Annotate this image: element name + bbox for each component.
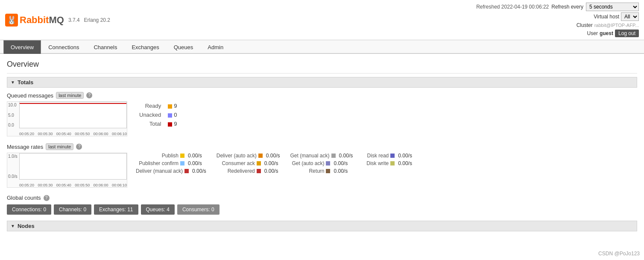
disk-read-dot	[390, 154, 395, 158]
rate-publish-value: 0.00/s	[188, 153, 202, 159]
return-dot	[326, 169, 330, 173]
rate-get-manual-label: Get (manual ack)	[290, 153, 329, 159]
message-rates-title: Message rates last minute ?	[7, 143, 637, 150]
stat-unacked-row: Unacked 0	[136, 110, 181, 119]
stat-ready-row: Ready 9	[136, 101, 181, 110]
logo-icon: 🐰 RabbitMQ	[5, 14, 64, 27]
rate-deliver-manual-label: Deliver (manual ack)	[136, 168, 183, 174]
rate-return-label: Return	[290, 168, 324, 174]
unacked-color-dot	[168, 113, 172, 118]
rates-y-labels: 1.0/s 0.0/s	[7, 153, 18, 180]
rate-publisher-confirm-value: 0.00/s	[188, 160, 202, 166]
get-manual-dot	[331, 154, 336, 158]
rates-chart-area: 1.0/s 0.0/s 00:05:20 00:05:30 00:05:40 0…	[7, 153, 127, 187]
rate-redelivered-label: Redelivered	[217, 168, 255, 174]
queued-messages-chart: 10.0 5.0 0.0 00:05:20 00:05:30 00:05:40 …	[7, 101, 127, 136]
queued-messages-title: Queued messages last minute ?	[7, 92, 637, 99]
user-label: User	[587, 30, 598, 36]
deliver-auto-dot	[258, 154, 263, 158]
stat-unacked-label: Unacked	[136, 110, 164, 119]
exchanges-count-button[interactable]: Exchanges: 11	[94, 204, 138, 215]
rates-chart-inner	[19, 153, 127, 180]
refresh-select[interactable]: 5 seconds 10 seconds 30 seconds Every 60…	[586, 3, 639, 11]
publish-dot	[180, 154, 184, 158]
rate-get-auto-label: Get (auto ack)	[290, 160, 324, 166]
rate-disk-write-label: Disk write	[363, 160, 389, 166]
nav: Overview Connections Channels Exchanges …	[0, 40, 644, 54]
rate-disk-write-value: 0.00/s	[398, 160, 412, 166]
consumers-count-button[interactable]: Consumers: 0	[177, 204, 220, 215]
nav-item-connections[interactable]: Connections	[41, 40, 86, 54]
rate-disk-read-value: 0.00/s	[398, 153, 412, 159]
rate-deliver-manual-value: 0.00/s	[192, 168, 206, 174]
rate-publisher-confirm-label: Publisher confirm	[136, 160, 179, 166]
nav-item-admin[interactable]: Admin	[200, 40, 231, 54]
nav-item-queues[interactable]: Queues	[167, 40, 201, 54]
nav-item-channels[interactable]: Channels	[86, 40, 124, 54]
queued-messages-help-icon[interactable]: ?	[86, 92, 92, 98]
rates-col-2: Deliver (auto ack) 0.00/s Consumer ack 0…	[211, 153, 285, 174]
global-counts-label: Global counts	[7, 195, 41, 201]
topbar: 🐰 RabbitMQ 3.7.4 Erlang 20.2 Refreshed 2…	[0, 0, 644, 40]
totals-arrow-icon: ▼	[11, 80, 15, 85]
cluster-label: Cluster	[577, 22, 593, 28]
user-row: User guest Log out	[587, 30, 639, 37]
rate-get-manual: Get (manual ack) 0.00/s	[290, 153, 353, 159]
counts-row: Connections: 0 Channels: 0 Exchanges: 11…	[7, 204, 637, 215]
cluster-value: rabbit@IPTOP-AFP...	[594, 23, 639, 28]
publisher-confirm-dot	[180, 161, 184, 165]
ready-color-dot	[168, 104, 172, 109]
logout-button[interactable]: Log out	[615, 30, 639, 37]
message-rates-help-icon[interactable]: ?	[76, 144, 82, 150]
rates-stats-container: Publish 0.00/s Publisher confirm 0.00/s …	[136, 153, 417, 174]
logo-area: 🐰 RabbitMQ 3.7.4 Erlang 20.2	[5, 14, 110, 27]
nodes-label: Nodes	[18, 223, 35, 229]
refresh-row: Refreshed 2022-04-19 00:06:22 Refresh ev…	[476, 3, 639, 11]
message-rates-row: 1.0/s 0.0/s 00:05:20 00:05:30 00:05:40 0…	[7, 153, 637, 188]
rates-col-1: Publish 0.00/s Publisher confirm 0.00/s …	[136, 153, 211, 174]
refresh-label: Refresh every	[551, 4, 583, 10]
rate-return-value: 0.00/s	[334, 168, 348, 174]
rate-publish-label: Publish	[136, 153, 179, 159]
rates-col-3: Get (manual ack) 0.00/s Get (auto ack) 0…	[285, 153, 358, 174]
stat-total-row: Total 9	[136, 119, 181, 128]
queued-chart-area: 10.0 5.0 0.0 00:05:20 00:05:30 00:05:40 …	[7, 102, 127, 136]
vhost-row: Virtual host All	[594, 12, 639, 21]
chart-inner	[19, 102, 127, 128]
queued-messages-label: Queued messages	[7, 92, 53, 99]
queues-count-button[interactable]: Queues: 4	[141, 204, 175, 215]
chart-line	[20, 103, 126, 104]
vhost-label: Virtual host	[594, 14, 619, 20]
nodes-section-placeholder: ▼ Nodes	[7, 221, 637, 231]
total-color-dot	[168, 122, 172, 127]
rate-consumer-ack-label: Consumer ack	[217, 160, 255, 166]
rate-deliver-manual: Deliver (manual ack) 0.00/s	[136, 168, 206, 174]
rate-consumer-ack-value: 0.00/s	[264, 160, 278, 166]
consumer-ack-dot	[257, 161, 261, 165]
get-auto-dot	[326, 161, 330, 165]
vhost-select[interactable]: All	[621, 12, 639, 21]
message-rates-badge: last minute	[46, 143, 73, 150]
rates-x-labels: 00:05:20 00:05:30 00:05:40 00:05:50 00:0…	[19, 183, 127, 187]
rate-publish: Publish 0.00/s	[136, 153, 206, 159]
stat-total-value: 9	[164, 119, 180, 128]
logo-text: RabbitMQ	[20, 15, 64, 26]
stat-total-label: Total	[136, 119, 164, 128]
stat-unacked-value: 0	[164, 110, 180, 119]
rate-return: Return 0.00/s	[290, 168, 353, 174]
channels-count-button[interactable]: Channels: 0	[54, 204, 91, 215]
queued-messages-stats: Ready 9 Unacked 0 Total 9	[136, 101, 181, 128]
chart-y-labels: 10.0 5.0 0.0	[7, 102, 17, 128]
nodes-section-header[interactable]: ▼ Nodes	[7, 221, 637, 231]
nav-item-overview[interactable]: Overview	[3, 40, 41, 54]
connections-count-button[interactable]: Connections: 0	[7, 204, 51, 215]
rate-get-auto: Get (auto ack) 0.00/s	[290, 160, 353, 166]
chart-x-labels: 00:05:20 00:05:30 00:05:40 00:05:50 00:0…	[19, 132, 127, 136]
rate-get-auto-value: 0.00/s	[334, 160, 348, 166]
page-title: Overview	[7, 60, 637, 69]
rate-disk-read: Disk read 0.00/s	[363, 153, 412, 159]
nav-item-exchanges[interactable]: Exchanges	[124, 40, 166, 54]
global-counts-help-icon[interactable]: ?	[44, 195, 50, 201]
totals-section-header[interactable]: ▼ Totals	[7, 77, 637, 88]
refreshed-text: Refreshed 2022-04-19 00:06:22	[476, 4, 549, 10]
